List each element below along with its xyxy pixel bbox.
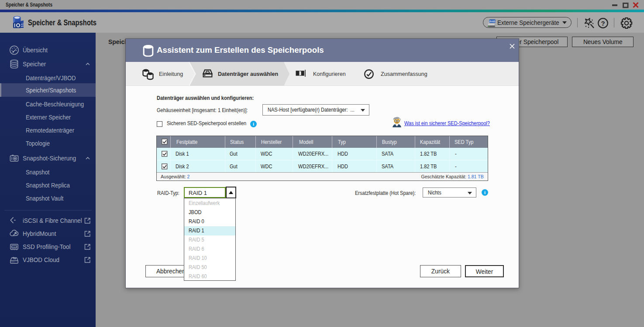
svg-text:SSD: SSD bbox=[12, 246, 16, 248]
svg-text:?: ? bbox=[601, 20, 605, 27]
svg-text:RAID: RAID bbox=[489, 20, 495, 23]
